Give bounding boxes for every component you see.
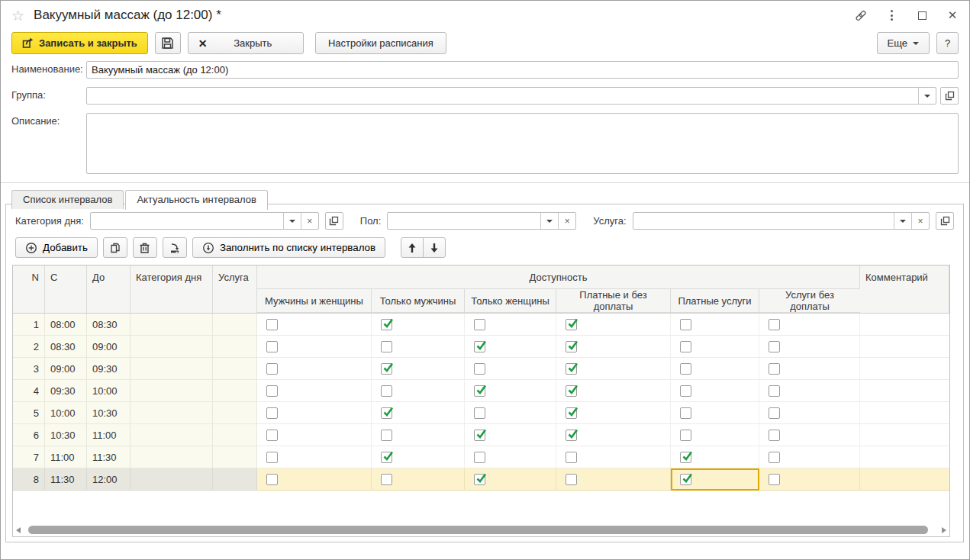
- availability-cell[interactable]: [257, 358, 372, 380]
- cell-number[interactable]: 5: [13, 402, 45, 424]
- availability-cell[interactable]: [759, 314, 860, 336]
- cell-comment[interactable]: [860, 468, 949, 491]
- checkbox-checked[interactable]: [566, 319, 577, 330]
- cell-to[interactable]: 10:30: [87, 402, 131, 424]
- availability-cell[interactable]: [671, 402, 759, 424]
- day-category-open-button[interactable]: [325, 212, 343, 230]
- cell-comment[interactable]: [860, 446, 949, 468]
- gender-input[interactable]: [388, 213, 540, 229]
- checkbox-unchecked[interactable]: [769, 385, 780, 397]
- move-row-down-button[interactable]: [423, 237, 446, 258]
- checkbox-unchecked[interactable]: [769, 407, 780, 419]
- cell-to[interactable]: 10:00: [87, 380, 131, 402]
- checkbox-unchecked[interactable]: [474, 319, 485, 330]
- checkbox-unchecked[interactable]: [266, 452, 278, 463]
- cell-from[interactable]: 11:00: [45, 446, 87, 468]
- scroll-right-arrow[interactable]: [942, 527, 946, 533]
- link-icon[interactable]: [855, 9, 867, 21]
- checkbox-unchecked[interactable]: [680, 407, 691, 419]
- cell-from[interactable]: 09:00: [45, 358, 87, 380]
- checkbox-checked[interactable]: [381, 452, 392, 463]
- checkbox-unchecked[interactable]: [769, 430, 780, 441]
- cell-comment[interactable]: [860, 314, 949, 336]
- checkbox-checked[interactable]: [680, 452, 691, 463]
- group-input[interactable]: [87, 88, 918, 104]
- cell-day-category[interactable]: [131, 314, 213, 336]
- availability-cell[interactable]: [556, 424, 671, 446]
- checkbox-unchecked[interactable]: [769, 452, 780, 463]
- cell-day-category[interactable]: [131, 446, 213, 468]
- cell-number[interactable]: 6: [13, 424, 45, 446]
- availability-cell[interactable]: [671, 336, 759, 358]
- checkbox-unchecked[interactable]: [680, 430, 691, 441]
- column-header-to[interactable]: До: [87, 266, 131, 313]
- column-header-paid-and-free[interactable]: Платные и без доплаты: [556, 289, 671, 313]
- cell-number[interactable]: 7: [13, 446, 45, 468]
- checkbox-checked[interactable]: [566, 341, 577, 352]
- fill-from-interval-list-button[interactable]: Заполнить по списку интервалов: [192, 237, 385, 258]
- availability-cell[interactable]: [556, 336, 671, 358]
- cell-from[interactable]: 11:30: [45, 468, 87, 491]
- description-textarea[interactable]: [86, 113, 959, 174]
- copy-row-button[interactable]: [103, 237, 127, 258]
- day-category-dropdown-button[interactable]: [283, 213, 301, 229]
- availability-cell[interactable]: [372, 446, 465, 468]
- scroll-left-arrow[interactable]: [16, 527, 21, 533]
- checkbox-checked[interactable]: [474, 430, 485, 441]
- column-header-from[interactable]: С: [45, 266, 87, 313]
- cell-to[interactable]: 11:00: [87, 424, 131, 446]
- availability-cell[interactable]: [671, 468, 759, 491]
- maximize-icon[interactable]: [916, 9, 928, 21]
- scrollbar-track[interactable]: [24, 526, 939, 534]
- checkbox-unchecked[interactable]: [769, 363, 780, 375]
- availability-cell[interactable]: [372, 380, 465, 402]
- group-dropdown-button[interactable]: [918, 88, 936, 104]
- service-clear-button[interactable]: ×: [911, 213, 929, 229]
- cell-day-category[interactable]: [131, 424, 213, 446]
- checkbox-checked[interactable]: [566, 363, 577, 375]
- checkbox-checked[interactable]: [474, 341, 485, 352]
- column-header-no-surcharge[interactable]: Услуги без доплаты: [759, 289, 860, 313]
- checkbox-unchecked[interactable]: [769, 474, 780, 485]
- checkbox-unchecked[interactable]: [266, 319, 278, 330]
- table-row[interactable]: 108:0008:30: [13, 314, 949, 336]
- checkbox-checked[interactable]: [381, 407, 392, 419]
- checkbox-unchecked[interactable]: [680, 363, 691, 375]
- table-row[interactable]: 409:3010:00: [13, 380, 949, 402]
- table-row[interactable]: 309:0009:30: [13, 358, 949, 380]
- column-header-day-category[interactable]: Категория дня: [131, 266, 213, 313]
- availability-cell[interactable]: [465, 446, 556, 468]
- close-button[interactable]: ✕ Закрыть: [188, 32, 304, 54]
- cell-comment[interactable]: [860, 380, 949, 402]
- availability-cell[interactable]: [759, 446, 860, 468]
- availability-cell[interactable]: [465, 314, 556, 336]
- column-group-availability[interactable]: Доступность: [257, 266, 860, 289]
- cell-service[interactable]: [213, 446, 257, 468]
- availability-cell[interactable]: [556, 380, 671, 402]
- checkbox-unchecked[interactable]: [474, 363, 485, 375]
- availability-cell[interactable]: [465, 424, 556, 446]
- checkbox-unchecked[interactable]: [381, 474, 392, 485]
- table-row[interactable]: 510:0010:30: [13, 402, 949, 424]
- availability-cell[interactable]: [759, 358, 860, 380]
- checkbox-unchecked[interactable]: [566, 452, 577, 463]
- availability-cell[interactable]: [372, 314, 465, 336]
- availability-cell[interactable]: [556, 314, 671, 336]
- availability-cell[interactable]: [671, 424, 759, 446]
- cell-service[interactable]: [213, 402, 257, 424]
- add-row-button[interactable]: Добавить: [15, 237, 98, 258]
- availability-cell[interactable]: [759, 336, 860, 358]
- column-header-women-only[interactable]: Только женщины: [465, 289, 556, 313]
- checkbox-unchecked[interactable]: [680, 341, 691, 352]
- availability-cell[interactable]: [759, 424, 860, 446]
- availability-cell[interactable]: [556, 468, 671, 491]
- cell-number[interactable]: 3: [13, 358, 45, 380]
- cell-service[interactable]: [213, 336, 257, 358]
- column-header-paid-services[interactable]: Платные услуги: [671, 289, 759, 313]
- cell-number[interactable]: 8: [13, 468, 45, 491]
- gender-dropdown-button[interactable]: [540, 213, 558, 229]
- table-row[interactable]: 811:3012:00: [13, 468, 949, 491]
- cell-comment[interactable]: [860, 424, 949, 446]
- checkbox-unchecked[interactable]: [769, 319, 780, 330]
- availability-cell[interactable]: [556, 402, 671, 424]
